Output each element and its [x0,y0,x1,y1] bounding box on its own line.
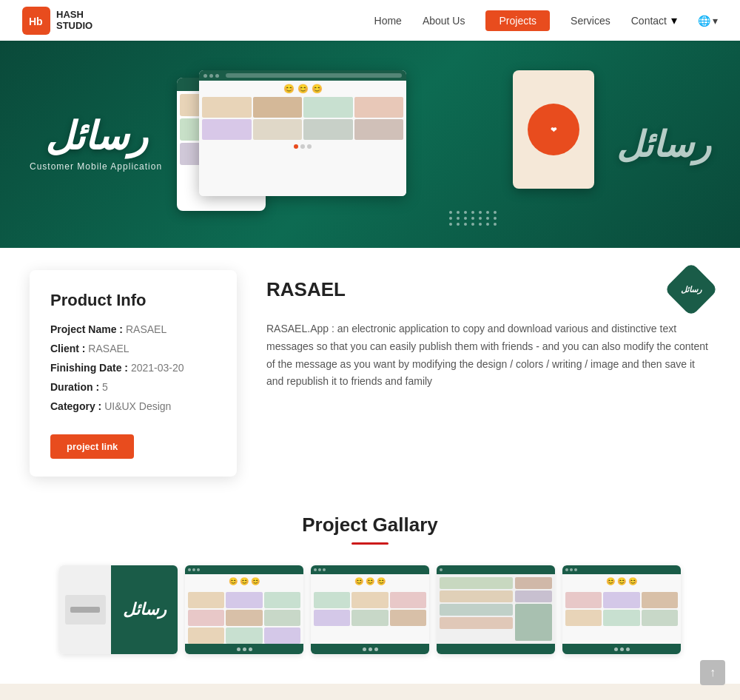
gallery-item[interactable]: 😊😊😊 [185,565,303,654]
globe-icon: 🌐 [698,15,710,27]
gallery-section: Project Gallary رسائل 😊😊😊 [0,499,740,684]
logo-text: HASH STUDIO [56,10,92,31]
project-name-field: Project Name : RASAEL [50,323,216,335]
gallery-item[interactable]: 😊😊😊 [562,565,681,654]
project-description-text: RASAEL.App : an electronic application t… [266,320,710,391]
logo: Hb HASH STUDIO [22,7,92,35]
hero-mockup: 😊😊😊 [162,63,616,226]
navbar: Hb HASH STUDIO Home About Us Projects Se… [0,0,740,41]
category-field: Category : UI&UX Design [50,400,216,412]
project-description: RASAEL رسائل RASAEL.App : an electronic … [266,270,710,391]
product-section: Product Info Project Name : RASAEL Clien… [0,248,740,499]
product-card-title: Product Info [50,291,216,310]
scroll-top-button[interactable]: ↑ [700,660,725,685]
nav-about[interactable]: About Us [423,15,465,27]
gallery-item[interactable] [437,565,555,654]
project-title: RASAEL [266,278,346,301]
project-badge: رسائل [664,262,719,317]
mockup-overlay: ❤ [513,70,594,189]
language-chevron-icon: ▾ [713,15,718,27]
hero-arabic-logo: رسائل [45,117,147,155]
nav-services[interactable]: Services [571,15,610,27]
logo-icon: Hb [22,7,50,35]
nav-home[interactable]: Home [374,15,402,27]
nav-links: Home About Us Projects Services Contact … [374,13,718,27]
contact-chevron-icon: ▾ [671,13,677,27]
nav-contact-dropdown[interactable]: Contact ▾ [631,13,677,27]
gallery-title: Project Gallary [30,514,710,536]
duration-field: Duration : 5 [50,381,216,393]
client-field: Client : RASAEL [50,343,216,354]
gallery-grid: رسائل 😊😊😊 [30,565,710,654]
hero-dots [449,211,498,226]
project-link-button[interactable]: project link [50,434,134,459]
hero-arabic-logo-right: رسائل [616,124,710,165]
hero-logo-left: رسائل Customer Mobile Application [30,117,162,172]
language-selector[interactable]: 🌐 ▾ [698,15,718,27]
mockup-browser-main: 😊😊😊 [199,70,406,196]
nav-projects[interactable]: Projects [485,10,550,31]
product-card: Product Info Project Name : RASAEL Clien… [30,270,237,477]
svg-text:Hb: Hb [29,16,43,27]
gallery-item[interactable]: 😊😊😊 [311,565,429,654]
gallery-item[interactable]: رسائل [59,565,178,654]
hero-section: رسائل Customer Mobile Application [0,41,740,248]
nav-contact-link[interactable]: Contact [631,15,667,27]
finishing-date-field: Finishing Date : 2021-03-20 [50,362,216,374]
hero-subtitle: Customer Mobile Application [30,161,162,172]
footer-cta: We Are Pleased By Your Tour On Our Site.… [0,684,740,700]
gallery-underline [352,542,388,545]
